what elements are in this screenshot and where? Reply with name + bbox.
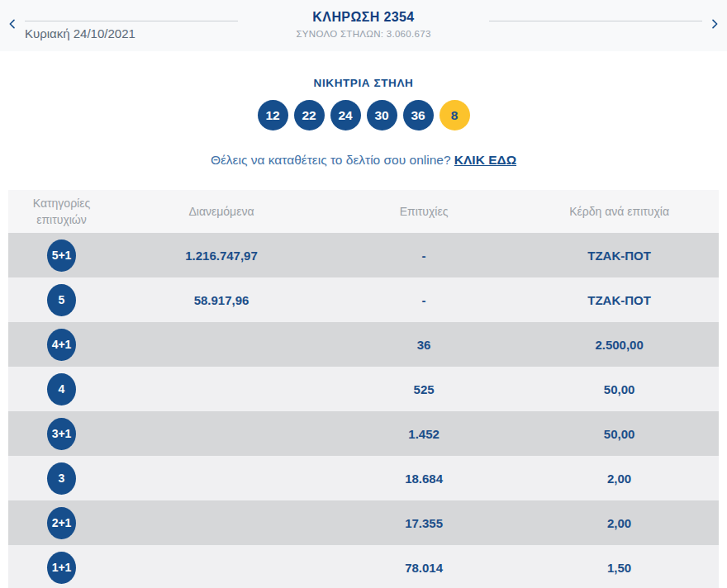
divider-line — [489, 21, 702, 21]
prize-value: 2,00 — [520, 516, 719, 530]
chevron-right-icon — [708, 17, 721, 33]
category-badge: 1+1 — [47, 552, 76, 584]
number-ball: 36 — [403, 100, 434, 130]
category-badge: 3 — [47, 462, 76, 495]
table-row: 2+1 17.355 2,00 — [8, 500, 719, 545]
table-row: 3+1 1.452 50,00 — [8, 411, 719, 456]
winners-value: 17.355 — [328, 516, 520, 530]
category-badge: 3+1 — [47, 418, 76, 450]
column-header-categories: Κατηγορίες επιτυχιών — [8, 195, 115, 229]
table-row: 4 525 50,00 — [8, 367, 719, 411]
prize-value: 1,50 — [520, 561, 719, 575]
results-table-header: Κατηγορίες επιτυχιών Διανεμόμενα Επιτυχί… — [8, 190, 719, 233]
results-table: Κατηγορίες επιτυχιών Διανεμόμενα Επιτυχί… — [8, 190, 719, 588]
winning-column-section: ΝΙΚΗΤΡΙΑ ΣΤΗΛΗ 12 22 24 30 36 8 — [0, 77, 727, 130]
category-badge: 5 — [47, 284, 76, 316]
bonus-number-ball: 8 — [440, 100, 470, 130]
table-row: 5 58.917,96 - ΤΖΑΚ-ΠΟΤ — [8, 277, 719, 322]
table-row: 3 18.684 2,00 — [8, 456, 719, 500]
draw-total-columns: ΣΥΝΟΛΟ ΣΤΗΛΩΝ: 3.060.673 — [0, 29, 727, 39]
online-cta: Θέλεις να καταθέτεις το δελτίο σου onlin… — [0, 153, 727, 168]
winning-numbers: 12 22 24 30 36 8 — [0, 100, 727, 130]
click-here-link[interactable]: ΚΛΙΚ ΕΔΩ — [454, 153, 516, 167]
winners-value: 78.014 — [328, 561, 520, 575]
draw-navigation-bar: Κυριακή 24/10/2021 ΚΛΗΡΩΣΗ 2354 ΣΥΝΟΛΟ Σ… — [0, 0, 727, 51]
column-header-winners: Επιτυχίες — [328, 203, 520, 220]
distributed-value: 58.917,96 — [115, 293, 328, 307]
winners-value: 18.684 — [328, 472, 520, 486]
prize-value: 2,00 — [520, 472, 719, 486]
prize-value: 2.500,00 — [520, 338, 719, 352]
table-row: 4+1 36 2.500,00 — [8, 322, 719, 367]
winners-value: - — [328, 249, 520, 263]
number-ball: 24 — [330, 100, 361, 130]
column-header-prize: Κέρδη ανά επιτυχία — [520, 203, 719, 220]
winning-column-title: ΝΙΚΗΤΡΙΑ ΣΤΗΛΗ — [0, 77, 727, 89]
table-row: 1+1 78.014 1,50 — [8, 545, 719, 588]
table-row: 5+1 1.216.747,97 - ΤΖΑΚ-ΠΟΤ — [8, 233, 719, 277]
category-badge: 4 — [47, 373, 76, 405]
draw-header: ΚΛΗΡΩΣΗ 2354 ΣΥΝΟΛΟ ΣΤΗΛΩΝ: 3.060.673 — [0, 10, 727, 39]
winners-value: 36 — [328, 338, 520, 352]
prize-value: ΤΖΑΚ-ΠΟΤ — [520, 249, 719, 263]
prize-value: 50,00 — [520, 382, 719, 396]
draw-title: ΚΛΗΡΩΣΗ 2354 — [0, 10, 727, 25]
next-draw-button[interactable] — [704, 14, 725, 36]
category-badge: 2+1 — [47, 507, 76, 539]
winners-value: 1.452 — [328, 427, 520, 441]
number-ball: 12 — [258, 100, 288, 130]
number-ball: 30 — [367, 100, 397, 130]
category-badge: 5+1 — [47, 239, 76, 272]
number-ball: 22 — [294, 100, 325, 130]
winners-value: 525 — [328, 382, 520, 396]
category-badge: 4+1 — [47, 329, 76, 361]
winners-value: - — [328, 293, 520, 307]
distributed-value: 1.216.747,97 — [115, 249, 328, 263]
column-header-distributed: Διανεμόμενα — [115, 203, 328, 220]
online-question: Θέλεις να καταθέτεις το δελτίο σου onlin… — [211, 153, 454, 167]
prize-value: ΤΖΑΚ-ΠΟΤ — [520, 293, 719, 307]
prize-value: 50,00 — [520, 427, 719, 441]
